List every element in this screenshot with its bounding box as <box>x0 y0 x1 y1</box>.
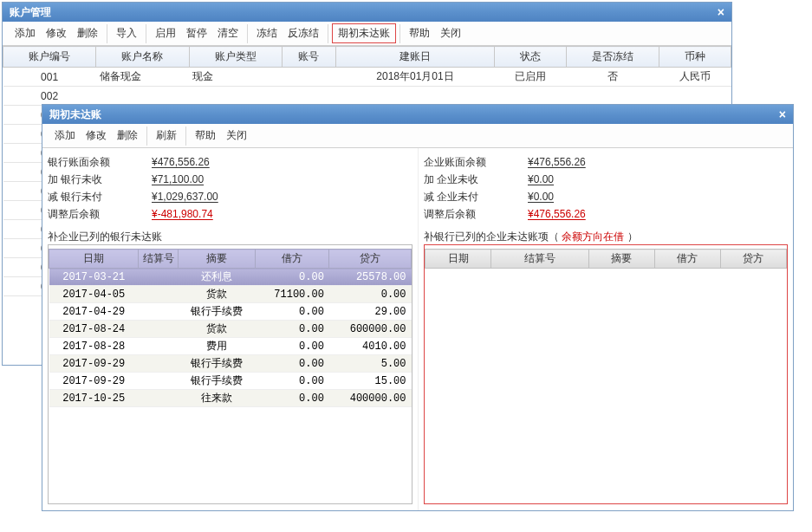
toolbar-btn-帮助[interactable]: 帮助 <box>404 24 435 42</box>
summary-line: 调整后余额¥476,556.26 <box>424 205 788 223</box>
table-row[interactable]: 2017-04-05货款71100.000.00 <box>49 286 412 303</box>
summary-value: ¥476,556.26 <box>528 205 649 223</box>
toolbar-group: 添加修改删除 <box>46 127 147 146</box>
toolbar-btn-反冻结[interactable]: 反冻结 <box>283 24 324 42</box>
close-icon[interactable]: × <box>718 3 724 22</box>
column-header[interactable]: 建账日 <box>335 47 494 68</box>
summary-value: ¥476,556.26 <box>152 153 273 171</box>
column-header[interactable]: 借方 <box>654 250 720 269</box>
dialog-titlebar: 期初未达账 × <box>42 105 793 124</box>
dialog-toolbar: 添加修改删除刷新帮助关闭 <box>42 124 793 148</box>
column-header[interactable]: 账户名称 <box>96 47 189 68</box>
summary-label: 减 银行未付 <box>48 188 152 205</box>
summary-line: 银行账面余额¥476,556.26 <box>48 153 412 171</box>
toolbar-btn-清空[interactable]: 清空 <box>212 24 244 42</box>
summary-label: 企业账面余额 <box>424 153 528 171</box>
toolbar-group: 启用暂停清空 <box>146 24 248 43</box>
toolbar-btn-冻结[interactable]: 冻结 <box>251 24 283 42</box>
column-header[interactable]: 摘要 <box>588 250 654 269</box>
summary-line: 企业账面余额¥476,556.26 <box>424 153 788 171</box>
summary-label: 调整后余额 <box>48 205 152 223</box>
table-row[interactable]: 2017-03-21还利息0.0025578.00 <box>49 269 412 286</box>
summary-value: ¥0.00 <box>528 171 649 188</box>
close-icon[interactable]: × <box>779 105 786 124</box>
column-header[interactable]: 贷方 <box>720 250 786 269</box>
table-row[interactable]: 2017-10-25往来款0.00400000.00 <box>49 390 412 407</box>
dialog-title: 期初未达账 <box>49 105 101 124</box>
summary-line: 加 企业未收¥0.00 <box>424 171 788 188</box>
table-row[interactable]: 002 <box>3 87 731 106</box>
toolbar-btn-修改[interactable]: 修改 <box>41 24 72 42</box>
summary-label: 调整后余额 <box>424 205 528 223</box>
column-header[interactable]: 结算号 <box>139 250 179 269</box>
toolbar-btn-关闭[interactable]: 关闭 <box>435 24 466 42</box>
toolbar-btn-暂停[interactable]: 暂停 <box>181 24 212 42</box>
toolbar-btn-期初未达账[interactable]: 期初未达账 <box>332 23 396 43</box>
toolbar-btn-修改[interactable]: 修改 <box>81 127 112 145</box>
toolbar-group: 导入 <box>107 24 146 43</box>
main-toolbar: 添加修改删除导入启用暂停清空冻结反冻结期初未达账帮助关闭 <box>3 22 731 46</box>
table-row[interactable]: 2017-09-29银行手续费0.0015.00 <box>49 373 412 390</box>
summary-value: ¥71,100.00 <box>152 171 273 188</box>
toolbar-group: 添加修改删除 <box>6 24 107 43</box>
column-header[interactable]: 日期 <box>49 250 139 269</box>
table-row[interactable]: 2017-04-29银行手续费0.0029.00 <box>49 303 412 321</box>
summary-label: 加 银行未收 <box>48 171 152 188</box>
summary-value: ¥0.00 <box>528 188 649 205</box>
toolbar-group: 期初未达账 <box>328 24 400 43</box>
toolbar-btn-删除[interactable]: 删除 <box>112 127 143 145</box>
toolbar-btn-关闭[interactable]: 关闭 <box>221 127 252 145</box>
summary-line: 加 银行未收¥71,100.00 <box>48 171 412 188</box>
column-header[interactable]: 摘要 <box>179 250 256 269</box>
toolbar-btn-导入[interactable]: 导入 <box>111 24 142 42</box>
dialog-window: 期初未达账 × 添加修改删除刷新帮助关闭 银行账面余额¥476,556.26加 … <box>42 104 794 511</box>
right-caption: 补银行已列的企业未达账项（ 余额方向在借 ） <box>424 230 788 244</box>
toolbar-btn-添加[interactable]: 添加 <box>10 24 41 42</box>
column-header[interactable]: 是否冻结 <box>566 47 659 68</box>
column-header[interactable]: 账户编号 <box>3 47 96 68</box>
left-caption: 补企业已列的银行未达账 <box>48 230 412 244</box>
toolbar-btn-刷新[interactable]: 刷新 <box>151 127 182 145</box>
summary-line: 减 企业未付¥0.00 <box>424 188 788 205</box>
main-title: 账户管理 <box>10 3 51 22</box>
summary-value: ¥476,556.26 <box>528 153 649 171</box>
summary-value: ¥1,029,637.00 <box>152 188 273 205</box>
column-header[interactable]: 结算号 <box>491 250 589 269</box>
right-panel: 企业账面余额¥476,556.26加 企业未收¥0.00减 企业未付¥0.00调… <box>418 148 793 510</box>
summary-label: 加 企业未收 <box>424 171 528 188</box>
table-row[interactable]: 2017-08-24货款0.00600000.00 <box>49 321 412 338</box>
right-table-wrap[interactable]: 日期结算号摘要借方贷方 <box>424 244 788 504</box>
column-header[interactable]: 账户类型 <box>189 47 282 68</box>
summary-label: 银行账面余额 <box>48 153 152 171</box>
column-header[interactable]: 借方 <box>255 250 329 269</box>
left-table: 日期结算号摘要借方贷方 2017-03-21还利息0.0025578.00201… <box>49 249 412 407</box>
toolbar-btn-启用[interactable]: 启用 <box>150 24 181 42</box>
column-header[interactable]: 币种 <box>659 47 731 68</box>
table-row[interactable]: 2017-08-28费用0.004010.00 <box>49 338 412 355</box>
summary-label: 减 企业未付 <box>424 188 528 205</box>
column-header[interactable]: 状态 <box>495 47 567 68</box>
column-header[interactable]: 账号 <box>282 47 335 68</box>
right-table: 日期结算号摘要借方贷方 <box>425 249 787 269</box>
table-row[interactable]: 001储备现金现金2018年01月01日已启用否人民币 <box>3 68 731 87</box>
toolbar-group: 帮助关闭 <box>400 24 470 43</box>
toolbar-group: 帮助关闭 <box>186 127 256 146</box>
left-panel: 银行账面余额¥476,556.26加 银行未收¥71,100.00减 银行未付¥… <box>42 148 418 510</box>
dialog-body: 银行账面余额¥476,556.26加 银行未收¥71,100.00减 银行未付¥… <box>42 148 793 510</box>
left-table-wrap[interactable]: 日期结算号摘要借方贷方 2017-03-21还利息0.0025578.00201… <box>48 244 412 504</box>
toolbar-btn-删除[interactable]: 删除 <box>72 24 103 42</box>
table-row[interactable]: 2017-09-29银行手续费0.005.00 <box>49 355 412 373</box>
column-header[interactable]: 日期 <box>425 250 491 269</box>
main-titlebar: 账户管理 × <box>3 3 731 22</box>
toolbar-group: 刷新 <box>147 127 186 146</box>
toolbar-group: 冻结反冻结 <box>248 24 328 43</box>
toolbar-btn-添加[interactable]: 添加 <box>49 127 81 145</box>
summary-value: ¥-481,980.74 <box>152 205 273 223</box>
summary-line: 调整后余额¥-481,980.74 <box>48 205 412 223</box>
column-header[interactable]: 贷方 <box>329 250 412 269</box>
summary-line: 减 银行未付¥1,029,637.00 <box>48 188 412 205</box>
toolbar-btn-帮助[interactable]: 帮助 <box>190 127 221 145</box>
